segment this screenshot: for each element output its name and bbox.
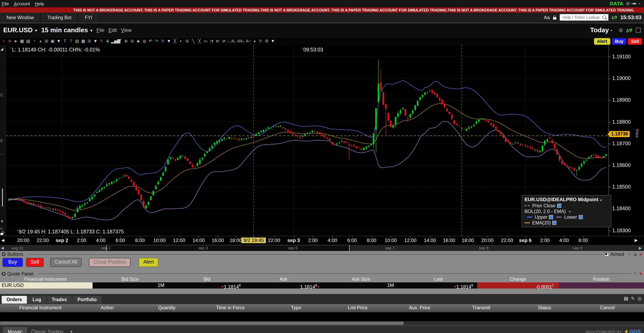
quote-col-position[interactable]: Position [559, 277, 644, 281]
link-icon[interactable] [612, 15, 617, 20]
orders-col-transmit[interactable]: Transmit [453, 305, 510, 310]
tb-zoom-doc-icon[interactable]: ▣ [50, 38, 56, 45]
tb-dropdown-3-icon[interactable]: ▼ [166, 38, 172, 45]
gear-icon[interactable]: ⚙ [626, 1, 630, 6]
orders-col-status[interactable]: Status [516, 305, 573, 310]
tb-diagonal-2-icon[interactable]: ╳ [196, 38, 202, 45]
quote-ask[interactable]: 1.18149 [245, 282, 322, 288]
quote-instrument[interactable]: EUR.USD [0, 282, 92, 288]
tb-close-icon[interactable]: × [1, 38, 6, 45]
tab-orders[interactable]: Orders [2, 296, 27, 304]
tb-add-study-icon[interactable]: ⊞ [44, 38, 49, 45]
quote-row-eurusd[interactable]: EUR.USD1M1.181481.181491M1.18149-0.00011 [0, 282, 644, 288]
tb-quad-grid-icon[interactable]: ⊞ [86, 38, 92, 45]
orders-col-type[interactable]: Type [268, 305, 325, 310]
timeline-left-arrow-icon[interactable]: ◀ [1, 246, 4, 250]
lock-icon[interactable] [553, 17, 556, 19]
quote-col-ask[interactable]: Ask [245, 277, 322, 281]
tb-annotate-icon[interactable]: ✎ [99, 38, 104, 45]
tab-mosaic[interactable]: Mosaic [3, 327, 27, 333]
tb-axis-label-1-icon[interactable]: ∟A [227, 38, 233, 45]
candlestick-chart[interactable] [6, 45, 608, 236]
tb-swap-axis-icon[interactable]: ⇄ [221, 38, 227, 45]
tab-classic-trading[interactable]: Classic Trading [27, 327, 67, 333]
tb-settings-icon[interactable]: ⚙ [264, 38, 270, 45]
menu-help[interactable]: Help [35, 1, 44, 6]
quote-last[interactable]: 1.18149 [400, 282, 477, 288]
orders-col-action[interactable]: Action [79, 305, 136, 310]
chart-menu-file[interactable]: File [96, 27, 104, 33]
timeline-scrollbar[interactable]: ◀ aug 31sep 1sep 3sep 5sep 7sep 8sep 9 ▶ [0, 244, 644, 251]
close-quote-panel-icon[interactable]: × [639, 270, 642, 277]
tb-chart-grid-icon[interactable]: ▩ [80, 38, 86, 45]
menu-account[interactable]: Account [14, 1, 30, 6]
chart-settings-gear-icon[interactable]: ⚙ [618, 27, 623, 33]
timeline-right-arrow-icon[interactable]: ▶ [639, 246, 642, 250]
quote-position[interactable] [559, 282, 644, 288]
tb-shift-left-icon[interactable]: ⇇ [215, 38, 221, 45]
cancel-all-button[interactable]: Cancel All [50, 258, 82, 267]
tb-dropdown-4-icon[interactable]: ▼ [270, 38, 276, 45]
target-icon[interactable]: ◎ [638, 296, 642, 301]
orders-table-body[interactable] [0, 312, 644, 321]
fyi-button[interactable]: FYI [78, 13, 99, 22]
upper-band-checkbox[interactable]: ✓ [549, 215, 553, 219]
collapse-chevron-icon[interactable]: ▼ [0, 220, 4, 223]
tb-dropdown-2-icon[interactable]: ▼ [92, 38, 98, 45]
tb-hand-drag-icon[interactable]: ◈ [136, 38, 141, 45]
quote-col-bid[interactable]: Bid [169, 277, 245, 281]
chart-menu-edit[interactable]: Edit [108, 27, 117, 33]
chevron-down-icon[interactable]: ▾ [639, 2, 640, 5]
annotate-icon[interactable]: ✎ [634, 271, 637, 276]
annotate-icon[interactable]: ✎ [628, 252, 631, 257]
tb-levels-icon[interactable]: ≣ [184, 38, 190, 45]
annotate-icon[interactable]: ✎ [631, 296, 634, 301]
symbol-caret-icon[interactable]: ▼ [34, 29, 38, 33]
close-panel-icon[interactable]: × [639, 251, 642, 257]
tb-sliders-icon[interactable]: ⋕ [105, 38, 110, 45]
interval-selector[interactable]: 15 min candles [41, 27, 88, 34]
time-annotation[interactable]: ×09:53:03 [301, 47, 323, 53]
quote-col-financial-instrument[interactable]: Financial Instrument [0, 277, 91, 281]
tb-text-remove-icon[interactable]: T [68, 38, 74, 45]
notes-page-icon[interactable]: ▤ [624, 296, 628, 301]
quote-bid[interactable]: 1.18148 [169, 282, 245, 288]
sell-button[interactable]: Sell [26, 258, 44, 267]
buy-button[interactable]: Buy [2, 258, 23, 267]
armed-toggle[interactable]: Armed [604, 252, 624, 257]
chart-sell-button[interactable]: Sell [628, 38, 642, 45]
prior-close-checkbox[interactable]: ✓ [557, 204, 561, 208]
tab-portfolio[interactable]: Portfolio [72, 296, 102, 304]
tab-trades[interactable]: Trades [47, 296, 72, 304]
menu-file[interactable]: File [2, 1, 9, 6]
close-position-button[interactable]: Close Position [89, 258, 131, 267]
tb-font-down-icon[interactable]: A↓ [240, 38, 245, 45]
chart-alert-button[interactable]: Alert [594, 38, 610, 45]
scrollbar-thumb[interactable] [0, 321, 404, 325]
ema-checkbox[interactable]: ✓ [552, 221, 556, 225]
range-caret-icon[interactable]: ▾ [610, 29, 612, 32]
tb-globe-target-icon[interactable]: ◍ [142, 38, 147, 45]
font-size-toggle[interactable]: Aa [544, 15, 550, 20]
new-window-button[interactable]: New Window [0, 13, 41, 22]
fullscreen-icon[interactable] [636, 28, 641, 33]
time-axis-right-arrow[interactable]: ▶ [634, 238, 638, 242]
tb-histogram-icon[interactable]: ▂▅▇ [111, 38, 117, 45]
buttons-collapse-icon[interactable]: ▼ [2, 252, 6, 256]
ticker-lookup-input[interactable] [562, 15, 602, 20]
tb-crosshair-icon[interactable]: ⊕ [7, 38, 13, 45]
tb-refresh-icon[interactable]: ↻ [258, 38, 264, 45]
timeline-thumb[interactable] [106, 245, 350, 251]
orders-col-time-in-force[interactable]: Time in Force [202, 305, 259, 310]
tb-eraser-icon[interactable]: ▭ [203, 38, 208, 45]
chart-buy-button[interactable]: Buy [612, 38, 627, 45]
tb-pointer-icon[interactable]: ► [13, 38, 19, 45]
orders-horizontal-scrollbar[interactable] [0, 321, 644, 325]
ticker-lookup-box[interactable] [560, 14, 608, 21]
tb-zoom-out-icon[interactable]: ⊖ [129, 38, 135, 45]
tb-zoom-in-icon[interactable]: ⊕ [123, 38, 129, 45]
chart-link-icon[interactable] [626, 27, 632, 33]
quote-bid-size[interactable]: 1M [91, 282, 169, 288]
tb-dropdown-1-icon[interactable]: ▼ [56, 38, 62, 45]
tb-palette-icon[interactable]: ◕ [252, 38, 257, 45]
